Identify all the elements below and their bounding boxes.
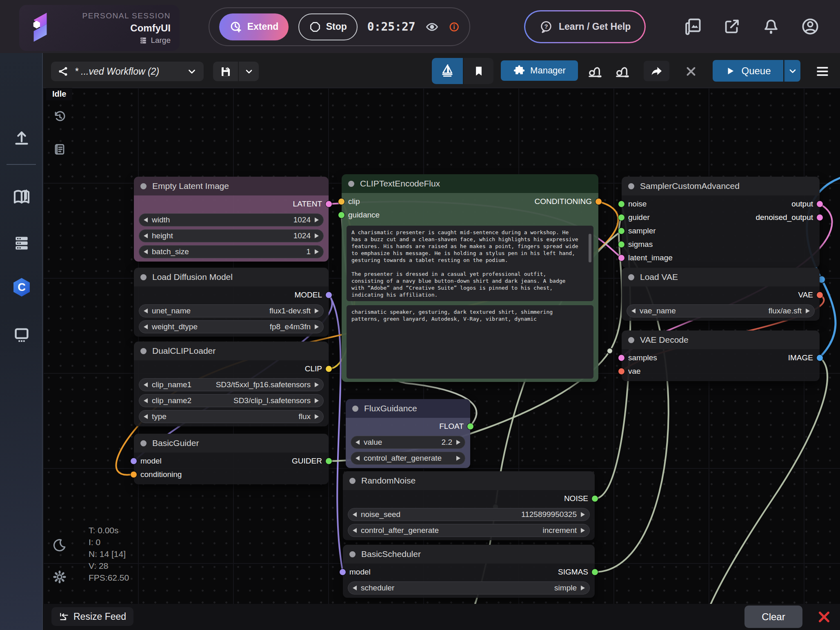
node-empty-latent-image[interactable]: Empty Latent ImageLATENTwidth1024height1… bbox=[134, 177, 329, 262]
extend-session-button[interactable]: Extend bbox=[219, 13, 289, 40]
increment-arrow-icon[interactable] bbox=[315, 217, 319, 222]
settings-gear-icon[interactable] bbox=[51, 569, 68, 585]
decrement-arrow-icon[interactable] bbox=[353, 586, 357, 590]
output-port-LATENT[interactable] bbox=[326, 201, 332, 207]
workflow-gallery-button[interactable] bbox=[432, 58, 463, 84]
node-collapse-dot[interactable] bbox=[140, 274, 147, 280]
queue-button[interactable]: Queue bbox=[713, 60, 783, 82]
node-collapse-dot[interactable] bbox=[349, 478, 356, 484]
node-collapse-dot[interactable] bbox=[628, 274, 634, 280]
textarea-scrollbar[interactable] bbox=[589, 234, 591, 262]
input-port-clip[interactable] bbox=[338, 198, 344, 204]
node-collapse-dot[interactable] bbox=[140, 348, 147, 354]
save-workflow-button[interactable] bbox=[213, 62, 238, 81]
increment-arrow-icon[interactable] bbox=[581, 586, 585, 590]
node-collapse-dot[interactable] bbox=[628, 183, 634, 189]
node-vae-decode[interactable]: VAE DecodesamplesIMAGEvae bbox=[622, 331, 820, 381]
output-port-GUIDER[interactable] bbox=[326, 458, 332, 464]
node-clip-text-encode-flux[interactable]: CLIPTextEncodeFluxclipCONDITIONINGguidan… bbox=[342, 174, 598, 382]
output-port-denoised_output[interactable] bbox=[817, 214, 823, 220]
decrement-arrow-icon[interactable] bbox=[144, 233, 148, 238]
widget-height[interactable]: height1024 bbox=[139, 229, 324, 242]
comfyui-logo-icon[interactable]: C bbox=[11, 277, 32, 298]
decrement-arrow-icon[interactable] bbox=[144, 249, 148, 254]
output-port-IMAGE[interactable] bbox=[817, 355, 823, 361]
increment-arrow-icon[interactable] bbox=[456, 440, 460, 445]
widget-vae_name[interactable]: vae_nameflux/ae.sft bbox=[627, 304, 815, 317]
input-port-vae[interactable] bbox=[618, 368, 624, 374]
node-dual-clip-loader[interactable]: DualCLIPLoaderCLIPclip_name1SD3/t5xxl_fp… bbox=[134, 342, 329, 426]
unload-models-vacuum-icon[interactable] bbox=[584, 59, 605, 83]
queue-options-chevron[interactable] bbox=[784, 60, 800, 82]
eye-icon[interactable] bbox=[425, 20, 439, 34]
input-port-latent_image[interactable] bbox=[618, 255, 624, 261]
increment-arrow-icon[interactable] bbox=[806, 308, 810, 313]
increment-arrow-icon[interactable] bbox=[456, 456, 460, 461]
input-port-samples[interactable] bbox=[618, 355, 624, 361]
output-port-output[interactable] bbox=[817, 201, 823, 207]
widget-clip_name2[interactable]: clip_name2SD3/clip_l.safetensors bbox=[139, 394, 324, 407]
info-icon[interactable] bbox=[449, 21, 460, 33]
history-icon[interactable] bbox=[51, 109, 68, 125]
widget-noise_seed[interactable]: noise_seed1125899950325 bbox=[348, 508, 590, 521]
theme-moon-icon[interactable] bbox=[51, 537, 68, 553]
widget-control_after_generate[interactable]: control_after_generate bbox=[351, 452, 465, 465]
save-options-chevron[interactable] bbox=[239, 62, 259, 81]
increment-arrow-icon[interactable] bbox=[581, 528, 585, 533]
node-collapse-dot[interactable] bbox=[348, 181, 354, 187]
widget-width[interactable]: width1024 bbox=[139, 213, 324, 226]
input-port-model[interactable] bbox=[131, 458, 137, 464]
increment-arrow-icon[interactable] bbox=[581, 512, 585, 517]
account-icon[interactable] bbox=[799, 16, 821, 38]
session-card[interactable]: PERSONAL SESSION ComfyUI Large bbox=[19, 5, 180, 51]
decrement-arrow-icon[interactable] bbox=[356, 456, 360, 461]
node-flux-guidance[interactable]: FluxGuidanceFLOATvalue2.2control_after_g… bbox=[346, 399, 470, 468]
widget-clip_name1[interactable]: clip_name1SD3/t5xxl_fp16.safetensors bbox=[139, 378, 324, 391]
output-port-SIGMAS[interactable] bbox=[592, 569, 598, 575]
node-collapse-dot[interactable] bbox=[349, 551, 356, 557]
node-collapse-dot[interactable] bbox=[628, 337, 634, 343]
decrement-arrow-icon[interactable] bbox=[144, 382, 148, 387]
share-workflow-icon[interactable] bbox=[644, 61, 669, 81]
widget-batch_size[interactable]: batch_size1 bbox=[139, 245, 324, 258]
widget-value[interactable]: value2.2 bbox=[351, 436, 465, 449]
decrement-arrow-icon[interactable] bbox=[144, 414, 148, 419]
input-port-noise[interactable] bbox=[618, 201, 624, 207]
notifications-bell-icon[interactable] bbox=[760, 16, 782, 38]
input-port-guider[interactable] bbox=[618, 214, 624, 220]
increment-arrow-icon[interactable] bbox=[315, 398, 319, 403]
increment-arrow-icon[interactable] bbox=[315, 382, 319, 387]
menu-hamburger-icon[interactable] bbox=[813, 63, 831, 80]
node-random-noise[interactable]: RandomNoiseNOISEnoise_seed1125899950325c… bbox=[343, 471, 595, 540]
input-port-guidance[interactable] bbox=[338, 212, 344, 218]
stop-session-button[interactable]: Stop bbox=[298, 13, 358, 40]
decrement-arrow-icon[interactable] bbox=[144, 217, 148, 222]
gallery-icon[interactable] bbox=[682, 16, 704, 38]
output-port-FLOAT[interactable] bbox=[467, 423, 473, 429]
increment-arrow-icon[interactable] bbox=[315, 233, 319, 238]
node-sampler-custom-advanced[interactable]: SamplerCustomAdvancednoiseoutputguiderde… bbox=[622, 177, 820, 268]
clear-feed-button[interactable]: Clear bbox=[744, 606, 802, 628]
resize-feed-button[interactable]: Resize Feed bbox=[51, 607, 133, 626]
terminal-window-icon[interactable] bbox=[11, 324, 32, 345]
input-port-conditioning[interactable] bbox=[131, 471, 137, 477]
close-feed-icon[interactable] bbox=[815, 609, 833, 625]
input-port-sampler[interactable] bbox=[618, 228, 624, 234]
node-collapse-dot[interactable] bbox=[140, 440, 147, 446]
decrement-arrow-icon[interactable] bbox=[356, 440, 360, 445]
input-port-model[interactable] bbox=[340, 569, 346, 575]
node-basic-guider[interactable]: BasicGuidermodelGUIDERconditioning bbox=[134, 434, 329, 484]
increment-arrow-icon[interactable] bbox=[315, 324, 319, 329]
free-memory-vacuum-icon[interactable] bbox=[611, 59, 633, 83]
node-basic-scheduler[interactable]: BasicSchedulermodelSIGMASschedulersimple bbox=[343, 545, 595, 598]
increment-arrow-icon[interactable] bbox=[315, 249, 319, 254]
bookmark-icon[interactable] bbox=[464, 58, 493, 84]
help-button[interactable]: ? Learn / Get Help bbox=[524, 10, 646, 43]
output-port-CONDITIONING[interactable] bbox=[596, 198, 602, 204]
workflow-selector[interactable]: * ...ved Workflow (2) bbox=[51, 62, 204, 81]
node-collapse-dot[interactable] bbox=[140, 183, 147, 189]
decrement-arrow-icon[interactable] bbox=[631, 308, 636, 313]
input-port-sigmas[interactable] bbox=[618, 241, 624, 247]
widget-scheduler[interactable]: schedulersimple bbox=[348, 581, 590, 595]
clear-workflow-icon[interactable] bbox=[682, 63, 700, 80]
